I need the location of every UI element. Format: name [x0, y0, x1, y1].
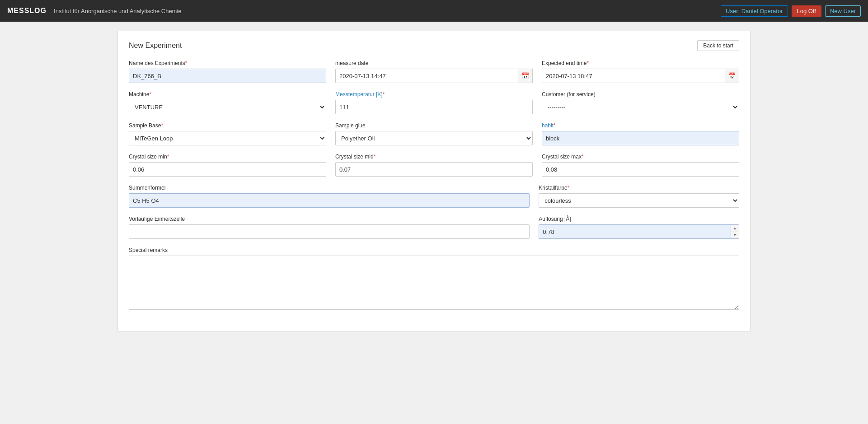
expected-end-time-input[interactable]	[542, 69, 739, 83]
app-logo: MESSLOG	[7, 7, 47, 15]
user-dropdown-button[interactable]: User: Daniel Operator	[721, 5, 788, 17]
vorlaeufige-group: Vorläufige Einheitszelle	[129, 216, 530, 239]
form-row-5: Summenformel Kristallfarbe* colourless c…	[129, 185, 739, 208]
machine-select[interactable]: VENTURE OTHER	[129, 100, 326, 114]
kristallfarbe-label: Kristallfarbe*	[539, 185, 739, 191]
measure-date-label: measure date	[335, 60, 533, 66]
measure-date-wrapper: 📅	[335, 69, 533, 83]
experiment-name-label: Name des Experiments*	[129, 60, 326, 66]
summenformel-label: Summenformel	[129, 185, 530, 191]
crystal-size-max-label: Crystal size max*	[542, 154, 739, 160]
measure-date-calendar-icon[interactable]: 📅	[518, 69, 533, 83]
special-remarks-textarea[interactable]	[129, 256, 739, 310]
aufloesung-group: Auflösung [Å] ▲ ▼	[539, 216, 739, 239]
crystal-size-mid-input[interactable]	[335, 162, 533, 177]
machine-group: Machine* VENTURE OTHER	[129, 91, 326, 114]
vorlaeufige-label: Vorläufige Einheitszelle	[129, 216, 530, 222]
app-header: MESSLOG Institut für Anorganische und An…	[0, 0, 868, 22]
back-to-start-button[interactable]: Back to start	[697, 40, 739, 51]
crystal-size-mid-group: Crystal size mid*	[335, 154, 533, 177]
header-actions: User: Daniel Operator Log Off New User	[721, 5, 861, 17]
messtemperatur-group: Messtemperatur [K]*	[335, 91, 533, 114]
habit-input[interactable]	[542, 131, 739, 145]
habit-label: habit*	[542, 122, 739, 129]
sample-base-label: Sample Base*	[129, 122, 326, 129]
kristallfarbe-group: Kristallfarbe* colourless coloured	[539, 185, 739, 208]
crystal-size-min-group: Crystal size min*	[129, 154, 326, 177]
crystal-size-mid-label: Crystal size mid*	[335, 154, 533, 160]
experiment-name-input[interactable]	[129, 69, 326, 83]
aufloesung-input[interactable]	[539, 224, 739, 239]
logout-button[interactable]: Log Off	[792, 5, 821, 17]
crystal-size-min-input[interactable]	[129, 162, 326, 177]
form-title: New Experiment	[129, 42, 182, 50]
messtemperatur-input[interactable]	[335, 100, 533, 114]
expected-end-time-group: Expected end time* 📅	[542, 60, 739, 83]
summenformel-group: Summenformel	[129, 185, 530, 208]
new-user-button[interactable]: New User	[825, 5, 861, 17]
form-row-6: Vorläufige Einheitszelle Auflösung [Å] ▲…	[129, 216, 739, 239]
sample-base-group: Sample Base* MiTeGen Loop Other	[129, 122, 326, 145]
sample-glue-group: Sample glue Polyether Oil Other	[335, 122, 533, 145]
expected-end-time-label: Expected end time*	[542, 60, 739, 66]
form-row-1: Name des Experiments* measure date 📅 Exp…	[129, 60, 739, 83]
crystal-size-min-label: Crystal size min*	[129, 154, 326, 160]
form-card-header: New Experiment Back to start	[129, 40, 739, 51]
summenformel-input[interactable]	[129, 193, 530, 208]
aufloesung-spinners: ▲ ▼	[731, 225, 739, 238]
measure-date-input[interactable]	[335, 69, 533, 83]
sample-glue-select[interactable]: Polyether Oil Other	[335, 131, 533, 145]
customer-select[interactable]: ---------	[542, 100, 739, 114]
sample-glue-label: Sample glue	[335, 122, 533, 129]
machine-label: Machine*	[129, 91, 326, 98]
aufloesung-wrapper: ▲ ▼	[539, 224, 739, 239]
sample-base-select[interactable]: MiTeGen Loop Other	[129, 131, 326, 145]
form-card: New Experiment Back to start Name des Ex…	[117, 31, 751, 332]
aufloesung-label: Auflösung [Å]	[539, 216, 739, 222]
habit-group: habit*	[542, 122, 739, 145]
measure-date-group: measure date 📅	[335, 60, 533, 83]
expected-end-time-wrapper: 📅	[542, 69, 739, 83]
app-subtitle: Institut für Anorganische und Analytisch…	[54, 8, 721, 14]
aufloesung-increment-button[interactable]: ▲	[731, 225, 739, 232]
main-content: New Experiment Back to start Name des Ex…	[0, 22, 868, 424]
crystal-size-max-input[interactable]	[542, 162, 739, 177]
special-remarks-label: Special remarks	[129, 247, 739, 253]
aufloesung-decrement-button[interactable]: ▼	[731, 232, 739, 239]
crystal-size-max-group: Crystal size max*	[542, 154, 739, 177]
expected-end-time-calendar-icon[interactable]: 📅	[725, 69, 739, 83]
experiment-name-group: Name des Experiments*	[129, 60, 326, 83]
form-row-3: Sample Base* MiTeGen Loop Other Sample g…	[129, 122, 739, 145]
customer-label: Customer (for service)	[542, 91, 739, 98]
customer-group: Customer (for service) ---------	[542, 91, 739, 114]
form-row-4: Crystal size min* Crystal size mid* Crys…	[129, 154, 739, 177]
messtemperatur-label: Messtemperatur [K]*	[335, 91, 533, 98]
kristallfarbe-select[interactable]: colourless coloured	[539, 193, 739, 208]
form-row-2: Machine* VENTURE OTHER Messtemperatur [K…	[129, 91, 739, 114]
form-row-7: Special remarks	[129, 247, 739, 310]
special-remarks-group: Special remarks	[129, 247, 739, 310]
vorlaeufige-input[interactable]	[129, 224, 530, 239]
